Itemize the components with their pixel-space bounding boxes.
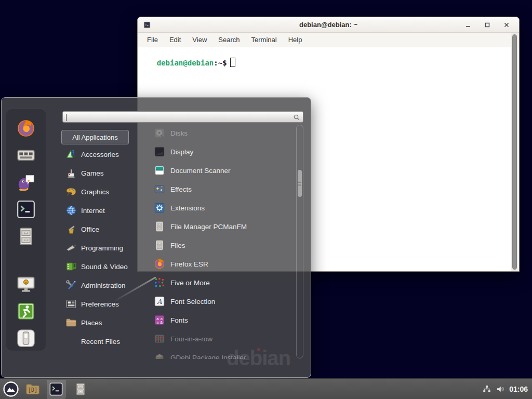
menu-terminal[interactable]: Terminal (246, 36, 283, 44)
app-label: Effects (170, 185, 192, 193)
terminal-title: debian@debian: ~ (138, 17, 519, 33)
app-firefox-esr[interactable]: Firefox ESR (149, 255, 295, 273)
terminal-titlebar[interactable]: debian@debian: ~ (138, 17, 519, 33)
none-icon (65, 336, 77, 347)
menu-edit[interactable]: Edit (164, 36, 187, 44)
file-manager-launcher[interactable] (72, 380, 89, 398)
svg-text:A: A (156, 298, 162, 305)
menu-help[interactable]: Help (283, 36, 308, 44)
app-label: Four-in-a-row (170, 335, 212, 343)
prompt-user-host: debian@debian (157, 59, 214, 67)
scanner-icon (154, 165, 165, 176)
menu-view[interactable]: View (187, 36, 212, 44)
app-extensions[interactable]: Extensions (149, 198, 295, 217)
category-programming[interactable]: Programming (63, 238, 147, 257)
programming-icon (65, 242, 77, 254)
favorite-lock-screen[interactable] (16, 274, 36, 294)
clock[interactable]: 01:06 (509, 385, 528, 393)
debian-watermark: debian (227, 347, 290, 370)
app-document-scanner[interactable]: Document Scanner (149, 161, 295, 180)
places-icon (65, 317, 77, 328)
firefox-icon (154, 258, 165, 270)
category-accessories[interactable]: Accessories (63, 145, 147, 164)
category-games[interactable]: Games (63, 164, 147, 182)
app-label: Five or More (170, 279, 210, 287)
search-icon (292, 113, 301, 122)
prompt-path: :~$ (214, 59, 227, 67)
app-label: File Manager PCManFM (170, 223, 247, 231)
app-five-or-more[interactable]: Five or More (149, 273, 295, 292)
category-list: AccessoriesGamesGraphicsInternetOfficePr… (63, 145, 147, 351)
terminal-scrollbar-thumb[interactable] (512, 34, 517, 270)
favorite-log-out[interactable] (16, 301, 36, 321)
graphics-icon (65, 186, 77, 197)
app-display[interactable]: Display (149, 142, 295, 161)
fonts-icon: aaa& (154, 314, 165, 326)
administration-icon (65, 280, 77, 291)
app-effects[interactable]: Effects (149, 180, 295, 198)
text-caret (66, 114, 66, 121)
accessories-icon (65, 149, 77, 160)
app-font-selection[interactable]: AFont Selection (149, 292, 295, 311)
desktop-folder-launcher[interactable]: [D] (23, 380, 42, 398)
terminal-task-button[interactable] (47, 380, 65, 398)
category-label: Preferences (81, 300, 119, 308)
all-applications-button[interactable]: All Applications (61, 130, 129, 144)
effects-icon (154, 183, 165, 195)
favorite-firefox[interactable] (16, 118, 36, 138)
gdebi-icon (154, 352, 165, 359)
app-label: Firefox ESR (170, 260, 208, 268)
category-recent-files[interactable]: Recent Files (63, 332, 147, 351)
category-preferences[interactable]: Preferences (63, 295, 147, 313)
app-fonts[interactable]: aaa&Fonts (149, 311, 295, 329)
svg-text:[D]: [D] (28, 387, 37, 393)
category-label: Recent Files (81, 338, 120, 345)
minimize-button[interactable] (464, 21, 472, 29)
category-graphics[interactable]: Graphics (63, 182, 147, 201)
category-label: Accessories (81, 151, 119, 158)
favorite-shut-down[interactable] (16, 328, 36, 348)
app-label: Fonts (170, 316, 188, 324)
cabinet-icon (154, 240, 165, 251)
terminal-scrollbar[interactable] (511, 33, 518, 271)
category-label: Internet (81, 207, 105, 215)
category-label: Graphics (81, 188, 109, 196)
menu-start-button[interactable] (2, 380, 20, 398)
category-sound-video[interactable]: Sound & Video (63, 257, 147, 276)
volume-icon[interactable] (496, 384, 505, 394)
menu-scrollbar[interactable] (296, 125, 303, 358)
category-internet[interactable]: Internet (63, 201, 147, 220)
search-input[interactable] (62, 111, 303, 123)
favorite-pidgin[interactable] (16, 172, 36, 192)
menu-scrollbar-thumb[interactable] (298, 170, 302, 197)
category-label: Places (81, 319, 102, 327)
app-file-manager-pcmanfm[interactable]: File Manager PCManFM (149, 217, 295, 236)
app-label: Font Selection (170, 298, 215, 305)
app-label: Document Scanner (170, 167, 231, 175)
preferences-icon (65, 298, 77, 310)
cabinet-icon (154, 221, 165, 232)
close-button[interactable] (502, 21, 511, 29)
category-administration[interactable]: Administration (63, 276, 147, 295)
office-icon (65, 223, 77, 235)
category-label: Administration (81, 282, 126, 289)
favorite-file-manager[interactable] (16, 227, 36, 246)
app-disks[interactable]: Disks (149, 124, 295, 142)
games-icon (65, 167, 77, 179)
app-files[interactable]: Files (149, 236, 295, 255)
menu-file[interactable]: File (141, 36, 164, 44)
disks-icon (154, 127, 165, 139)
menu-search[interactable]: Search (212, 36, 245, 44)
favorite-keyboard-app[interactable] (16, 145, 36, 165)
category-label: Sound & Video (81, 263, 128, 271)
display-icon (154, 146, 165, 157)
category-label: Games (81, 169, 104, 177)
app-four-in-a-row[interactable]: Four-in-a-row (149, 329, 295, 348)
category-places[interactable]: Places (63, 313, 147, 332)
terminal-cursor (230, 58, 235, 67)
favorite-terminal[interactable] (16, 200, 36, 219)
maximize-button[interactable] (483, 21, 491, 29)
category-label: Office (81, 225, 99, 233)
network-icon[interactable] (482, 384, 491, 394)
category-office[interactable]: Office (63, 220, 147, 238)
